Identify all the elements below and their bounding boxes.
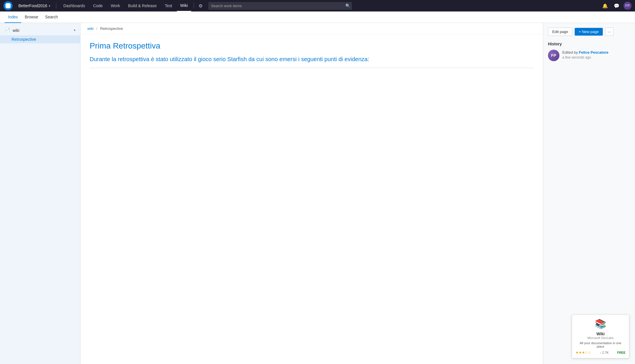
sidebar: 📄 wiki ▾ Retrospective <box>0 23 80 364</box>
edit-page-button[interactable]: Edit page <box>548 28 572 36</box>
extension-free-badge: FREE <box>617 351 626 354</box>
breadcrumb-separator: / <box>96 26 97 31</box>
new-page-button[interactable]: + New page <box>575 28 603 36</box>
search-input[interactable] <box>208 2 352 10</box>
project-selector[interactable]: BetterFood2016 ▾ <box>16 2 53 9</box>
author-avatar-initials: FP <box>548 50 559 61</box>
right-panel: Edit page + New page ··· History FP Edit… <box>543 23 635 364</box>
breadcrumb-current: Retrospective <box>100 26 123 31</box>
tab-index[interactable]: Index <box>5 11 21 23</box>
search-icon[interactable]: 🔍 <box>345 3 350 8</box>
sidebar-item-retrospective[interactable]: Retrospective <box>0 35 80 43</box>
wiki-root-label: wiki <box>13 28 72 33</box>
nav-divider <box>56 3 56 9</box>
search-container: 🔍 <box>208 2 352 10</box>
wiki-page-title: Prima Retrospettiva <box>90 41 534 51</box>
more-actions-button[interactable]: ··· <box>605 28 613 36</box>
nav-dashboards[interactable]: Dashboards <box>60 0 88 11</box>
chevron-down-icon: ▾ <box>49 4 50 7</box>
extension-card: 📚 Wiki Microsoft DevLabs All your docume… <box>572 315 629 358</box>
extension-subtitle: Microsoft DevLabs <box>576 336 626 340</box>
app-logo[interactable] <box>3 1 13 10</box>
edited-by-prefix: Edited by <box>562 50 578 55</box>
tab-search[interactable]: Search <box>42 11 61 23</box>
nav-wiki[interactable]: Wiki <box>177 0 191 11</box>
author-avatar: FP <box>548 50 559 61</box>
tab-browse[interactable]: Browse <box>21 11 42 23</box>
breadcrumb-root[interactable]: wiki <box>87 26 94 31</box>
extension-description: All your documentation in one place <box>576 341 626 348</box>
settings-icon[interactable]: ⚙ <box>196 2 205 10</box>
extension-downloads: ↓ 2.7K <box>600 351 609 354</box>
nav-code[interactable]: Code <box>90 0 106 11</box>
user-avatar[interactable]: FP <box>624 2 632 10</box>
main-layout: 📄 wiki ▾ Retrospective wiki / Retrospect… <box>0 23 635 364</box>
breadcrumb: wiki / Retrospective <box>80 23 543 34</box>
history-title: History <box>548 42 630 46</box>
page-actions: Edit page + New page ··· <box>548 28 630 36</box>
history-edited-text: Edited by Felice Pescatore <box>562 50 608 55</box>
chat-icon[interactable]: 💬 <box>612 2 621 10</box>
extension-footer: ★★★☆☆ ↓ 2.7K FREE <box>576 351 626 355</box>
history-time: a few seconds ago <box>562 55 608 59</box>
nav-work[interactable]: Work <box>107 0 123 11</box>
nav-test[interactable]: Test <box>161 0 176 11</box>
author-name[interactable]: Felice Pescatore <box>579 50 609 55</box>
sidebar-wiki-root[interactable]: 📄 wiki ▾ <box>0 25 80 35</box>
wiki-page-icon: 📄 <box>5 28 10 33</box>
extension-icon: 📚 <box>576 318 626 329</box>
project-name-label: BetterFood2016 <box>18 3 47 8</box>
nav-build-release[interactable]: Build & Release <box>125 0 160 11</box>
extension-stars: ★★★☆☆ <box>576 351 591 355</box>
nav-right-icons: 🔔 💬 FP <box>601 2 632 10</box>
content-area: wiki / Retrospective Prima Retrospettiva… <box>80 23 543 364</box>
extension-title: Wiki <box>576 332 626 336</box>
notifications-icon[interactable]: 🔔 <box>601 2 610 10</box>
wiki-page-subtitle: Durante la retrospettiva è stato utilizz… <box>90 55 534 63</box>
history-entry-text: Edited by Felice Pescatore a few seconds… <box>562 50 608 59</box>
history-entry: FP Edited by Felice Pescatore a few seco… <box>548 50 630 61</box>
sub-navigation: Index Browse Search <box>0 11 635 23</box>
top-navigation: BetterFood2016 ▾ Dashboards Code Work Bu… <box>0 0 635 11</box>
nav-separator <box>194 3 194 9</box>
wiki-content: Prima Retrospettiva Durante la retrospet… <box>80 34 543 364</box>
wiki-chevron-icon: ▾ <box>74 28 76 32</box>
wiki-divider <box>90 68 534 68</box>
